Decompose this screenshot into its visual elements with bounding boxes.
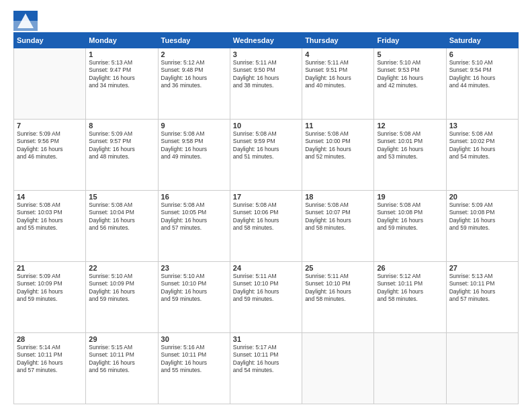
logo-icon: [13, 11, 34, 27]
calendar-cell: 14Sunrise: 5:08 AM Sunset: 10:03 PM Dayl…: [14, 191, 86, 262]
day-info: Sunrise: 5:08 AM Sunset: 10:02 PM Daylig…: [449, 130, 515, 161]
day-info: Sunrise: 5:08 AM Sunset: 10:04 PM Daylig…: [89, 201, 154, 232]
calendar-week-row: 7Sunrise: 5:09 AM Sunset: 9:56 PM Daylig…: [14, 120, 519, 191]
calendar-cell: [374, 333, 446, 404]
day-info: Sunrise: 5:13 AM Sunset: 10:11 PM Daylig…: [449, 273, 515, 304]
day-number: 21: [17, 264, 83, 272]
day-info: Sunrise: 5:08 AM Sunset: 10:00 PM Daylig…: [305, 130, 371, 161]
day-info: Sunrise: 5:08 AM Sunset: 10:06 PM Daylig…: [233, 201, 299, 232]
day-header-wednesday: Wednesday: [230, 33, 302, 48]
day-info: Sunrise: 5:11 AM Sunset: 9:51 PM Dayligh…: [305, 59, 371, 90]
day-number: 10: [233, 122, 299, 130]
day-info: Sunrise: 5:17 AM Sunset: 10:11 PM Daylig…: [233, 344, 299, 375]
day-info: Sunrise: 5:13 AM Sunset: 9:47 PM Dayligh…: [89, 59, 154, 90]
day-info: Sunrise: 5:09 AM Sunset: 10:08 PM Daylig…: [449, 201, 515, 232]
day-info: Sunrise: 5:14 AM Sunset: 10:11 PM Daylig…: [17, 344, 83, 375]
calendar-cell: 28Sunrise: 5:14 AM Sunset: 10:11 PM Dayl…: [14, 333, 86, 404]
day-info: Sunrise: 5:12 AM Sunset: 9:48 PM Dayligh…: [161, 59, 227, 90]
day-info: Sunrise: 5:09 AM Sunset: 10:09 PM Daylig…: [17, 273, 83, 304]
calendar-week-row: 21Sunrise: 5:09 AM Sunset: 10:09 PM Dayl…: [14, 262, 519, 333]
day-number: 7: [17, 122, 83, 130]
day-number: 15: [89, 193, 154, 201]
day-number: 9: [161, 122, 227, 130]
day-info: Sunrise: 5:10 AM Sunset: 10:10 PM Daylig…: [161, 273, 227, 304]
day-number: 12: [377, 122, 443, 130]
calendar-cell: 22Sunrise: 5:10 AM Sunset: 10:09 PM Dayl…: [86, 262, 158, 333]
day-number: 24: [233, 264, 299, 272]
day-header-tuesday: Tuesday: [158, 33, 230, 48]
calendar-cell: 10Sunrise: 5:08 AM Sunset: 9:59 PM Dayli…: [230, 120, 302, 191]
calendar-table: SundayMondayTuesdayWednesdayThursdayFrid…: [13, 32, 519, 404]
day-number: 16: [161, 193, 227, 201]
calendar-cell: 19Sunrise: 5:08 AM Sunset: 10:08 PM Dayl…: [374, 191, 446, 262]
day-number: 2: [161, 50, 227, 58]
day-info: Sunrise: 5:08 AM Sunset: 10:05 PM Daylig…: [161, 201, 227, 232]
calendar-cell: 9Sunrise: 5:08 AM Sunset: 9:58 PM Daylig…: [158, 120, 230, 191]
day-number: 8: [89, 122, 154, 130]
day-number: 26: [377, 264, 443, 272]
calendar-cell: 5Sunrise: 5:10 AM Sunset: 9:53 PM Daylig…: [374, 48, 446, 120]
calendar-cell: 1Sunrise: 5:13 AM Sunset: 9:47 PM Daylig…: [86, 48, 158, 120]
calendar-cell: 29Sunrise: 5:15 AM Sunset: 10:11 PM Dayl…: [86, 333, 158, 404]
day-info: Sunrise: 5:08 AM Sunset: 10:03 PM Daylig…: [17, 201, 83, 232]
calendar-week-row: 14Sunrise: 5:08 AM Sunset: 10:03 PM Dayl…: [14, 191, 519, 262]
day-number: 11: [305, 122, 371, 130]
day-number: 23: [161, 264, 227, 272]
page: SundayMondayTuesdayWednesdayThursdayFrid…: [0, 0, 532, 411]
calendar-cell: [446, 333, 518, 404]
day-header-thursday: Thursday: [302, 33, 374, 48]
day-header-friday: Friday: [374, 33, 446, 48]
day-number: 31: [233, 335, 299, 343]
day-number: 22: [89, 264, 154, 272]
header: [13, 11, 519, 27]
calendar-week-row: 1Sunrise: 5:13 AM Sunset: 9:47 PM Daylig…: [14, 48, 519, 120]
calendar-cell: 31Sunrise: 5:17 AM Sunset: 10:11 PM Dayl…: [230, 333, 302, 404]
day-number: 6: [449, 50, 515, 58]
logo: [13, 11, 36, 27]
calendar-cell: 11Sunrise: 5:08 AM Sunset: 10:00 PM Dayl…: [302, 120, 374, 191]
calendar-cell: 26Sunrise: 5:12 AM Sunset: 10:11 PM Dayl…: [374, 262, 446, 333]
day-number: 19: [377, 193, 443, 201]
calendar-cell: 13Sunrise: 5:08 AM Sunset: 10:02 PM Dayl…: [446, 120, 518, 191]
day-number: 28: [17, 335, 83, 343]
day-number: 3: [233, 50, 299, 58]
day-info: Sunrise: 5:09 AM Sunset: 9:57 PM Dayligh…: [89, 130, 154, 161]
day-info: Sunrise: 5:11 AM Sunset: 10:10 PM Daylig…: [233, 273, 299, 304]
day-number: 29: [89, 335, 154, 343]
day-info: Sunrise: 5:11 AM Sunset: 10:10 PM Daylig…: [305, 273, 371, 304]
calendar-cell: 6Sunrise: 5:10 AM Sunset: 9:54 PM Daylig…: [446, 48, 518, 120]
calendar-cell: 25Sunrise: 5:11 AM Sunset: 10:10 PM Dayl…: [302, 262, 374, 333]
day-info: Sunrise: 5:16 AM Sunset: 10:11 PM Daylig…: [161, 344, 227, 375]
day-info: Sunrise: 5:08 AM Sunset: 9:59 PM Dayligh…: [233, 130, 299, 161]
day-number: 27: [449, 264, 515, 272]
calendar-cell: [302, 333, 374, 404]
calendar-cell: 7Sunrise: 5:09 AM Sunset: 9:56 PM Daylig…: [14, 120, 86, 191]
day-info: Sunrise: 5:08 AM Sunset: 10:07 PM Daylig…: [305, 201, 371, 232]
calendar-cell: 23Sunrise: 5:10 AM Sunset: 10:10 PM Dayl…: [158, 262, 230, 333]
day-info: Sunrise: 5:10 AM Sunset: 10:09 PM Daylig…: [89, 273, 154, 304]
calendar-cell: 20Sunrise: 5:09 AM Sunset: 10:08 PM Dayl…: [446, 191, 518, 262]
calendar-cell: 21Sunrise: 5:09 AM Sunset: 10:09 PM Dayl…: [14, 262, 86, 333]
calendar-cell: 2Sunrise: 5:12 AM Sunset: 9:48 PM Daylig…: [158, 48, 230, 120]
day-header-saturday: Saturday: [446, 33, 518, 48]
day-info: Sunrise: 5:12 AM Sunset: 10:11 PM Daylig…: [377, 273, 443, 304]
day-number: 18: [305, 193, 371, 201]
calendar-cell: 4Sunrise: 5:11 AM Sunset: 9:51 PM Daylig…: [302, 48, 374, 120]
calendar-cell: 30Sunrise: 5:16 AM Sunset: 10:11 PM Dayl…: [158, 333, 230, 404]
day-info: Sunrise: 5:08 AM Sunset: 9:58 PM Dayligh…: [161, 130, 227, 161]
day-info: Sunrise: 5:08 AM Sunset: 10:01 PM Daylig…: [377, 130, 443, 161]
calendar-cell: 16Sunrise: 5:08 AM Sunset: 10:05 PM Dayl…: [158, 191, 230, 262]
day-info: Sunrise: 5:08 AM Sunset: 10:08 PM Daylig…: [377, 201, 443, 232]
day-number: 1: [89, 50, 154, 58]
day-info: Sunrise: 5:11 AM Sunset: 9:50 PM Dayligh…: [233, 59, 299, 90]
calendar-cell: [14, 48, 86, 120]
day-info: Sunrise: 5:10 AM Sunset: 9:53 PM Dayligh…: [377, 59, 443, 90]
day-info: Sunrise: 5:09 AM Sunset: 9:56 PM Dayligh…: [17, 130, 83, 161]
day-number: 20: [449, 193, 515, 201]
day-number: 14: [17, 193, 83, 201]
calendar-cell: 17Sunrise: 5:08 AM Sunset: 10:06 PM Dayl…: [230, 191, 302, 262]
calendar-cell: 12Sunrise: 5:08 AM Sunset: 10:01 PM Dayl…: [374, 120, 446, 191]
day-number: 17: [233, 193, 299, 201]
day-header-sunday: Sunday: [14, 33, 86, 48]
day-header-monday: Monday: [86, 33, 158, 48]
